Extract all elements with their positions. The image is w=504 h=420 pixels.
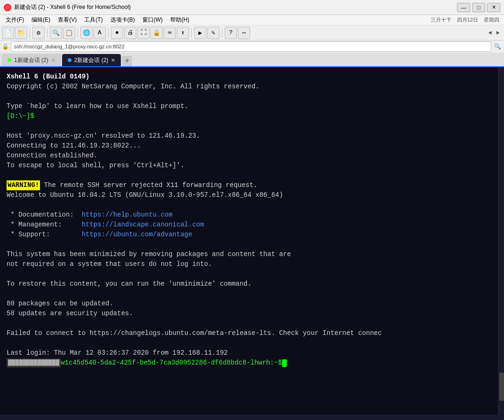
menu-edit[interactable]: 编辑(E) — [28, 15, 54, 25]
toolbar-properties[interactable]: ⚙ — [32, 27, 45, 39]
toolbar-font[interactable]: A — [94, 27, 106, 39]
minimize-button[interactable]: — — [457, 3, 470, 12]
terminal-line-failed: Failed to connect to https://changelogs.… — [7, 328, 497, 338]
toolbar-new[interactable]: 📄 — [2, 27, 14, 39]
toolbar-compose[interactable]: ✎ — [207, 27, 220, 39]
terminal-link-2[interactable]: https://landscape.canonical.com — [82, 221, 204, 228]
terminal-prompt-1: [D:\~]$ — [7, 111, 497, 121]
calendar-date2: 四月12日 — [454, 16, 481, 23]
scroll-left-arrow[interactable]: ◀ — [486, 28, 494, 37]
terminal-warning-line: WARNING! The remote SSH server rejected … — [7, 180, 497, 190]
terminal-line-1: Xshell 6 (Build 0149) — [7, 72, 497, 82]
tab2-status-dot — [68, 58, 71, 62]
toolbar-transfer[interactable]: ⬆ — [177, 27, 189, 39]
lock-icon: 🔒 — [2, 43, 9, 50]
terminal-line-mgmt: * Management: https://landscape.canonica… — [7, 220, 497, 230]
toolbar-lock[interactable]: 🔒 — [150, 27, 163, 39]
tab-2[interactable]: 2新建会话 (2) ✕ — [62, 54, 121, 66]
terminal-blank-6 — [7, 269, 497, 279]
terminal-wrapper: Xshell 6 (Build 0149) Copyright (c) 2002… — [0, 67, 504, 415]
terminal-blank-7 — [7, 289, 497, 299]
terminal[interactable]: Xshell 6 (Build 0149) Copyright (c) 2002… — [0, 67, 504, 415]
terminal-blank-8 — [7, 319, 497, 328]
window-title: 新建会话 (2) - Xshell 6 (Free for Home/Schoo… — [14, 3, 131, 11]
terminal-line-9: To escape to local shell, press 'Ctrl+Al… — [7, 161, 497, 171]
calendar-date3: 星期四 — [481, 16, 502, 23]
terminal-line-2: Copyright (c) 2002 NetSarang Computer, I… — [7, 82, 497, 92]
toolbar-sep3 — [78, 28, 78, 38]
scrollbar-thumb[interactable] — [499, 373, 504, 401]
toolbar-keyboard[interactable]: ⌨ — [164, 27, 176, 39]
tab-1[interactable]: 1新建会话 (2) ✕ — [2, 54, 61, 66]
app-icon — [4, 4, 11, 11]
terminal-line-11: Welcome to Ubuntu 18.04.2 LTS (GNU/Linux… — [7, 190, 497, 200]
warning-badge: WARNING! — [7, 180, 40, 190]
toolbar-more[interactable]: ⋯ — [238, 27, 250, 39]
tab1-close[interactable]: ✕ — [51, 57, 55, 63]
menu-view[interactable]: 查看(V) — [54, 15, 80, 25]
tab1-label: 1新建会话 (2) — [14, 56, 48, 64]
terminal-shell-text: w1c45d540-5da2-425f-be5d-7ca3d0952286-df… — [61, 358, 282, 368]
toolbar-sep1 — [30, 28, 30, 38]
toolbar-nav-arrows: ◀ ▶ — [486, 28, 502, 37]
terminal-blank-3 — [7, 171, 497, 180]
toolbar-sep6 — [222, 28, 222, 38]
terminal-shell-prompt: ██████████████w1c45d540-5da2-425f-be5d-7… — [7, 358, 497, 368]
terminal-blank-9 — [7, 338, 497, 348]
terminal-line-7: Connecting to 121.46.19.23:8022... — [7, 141, 497, 151]
tab1-status-dot — [8, 58, 11, 62]
toolbar-print[interactable]: 🖨 — [124, 27, 136, 39]
address-right-nav: 🔍 — [493, 42, 502, 51]
terminal-line-doc: * Documentation: https://help.ubuntu.com — [7, 210, 497, 220]
menu-tools[interactable]: 工具(T) — [80, 15, 106, 25]
maximize-button[interactable]: □ — [472, 3, 485, 12]
terminal-link-1[interactable]: https://help.ubuntu.com — [82, 211, 173, 218]
username-hidden: ██████████████ — [7, 358, 61, 368]
calendar-date1: 三月十卞 — [428, 16, 454, 23]
menu-help[interactable]: 帮助(H) — [166, 15, 193, 25]
toolbar-fullscreen[interactable]: ⛶ — [137, 27, 150, 39]
toolbar-mark[interactable]: ● — [111, 27, 123, 39]
terminal-line-login: Last login: Thu Mar 12 03:26:37 2020 fro… — [7, 348, 497, 358]
toolbar-globe[interactable]: 🌐 — [80, 27, 93, 39]
terminal-line-pkg2: 58 updates are security updates. — [7, 309, 497, 319]
terminal-line-pkg1: 80 packages can be updated. — [7, 299, 497, 309]
terminal-line-4: Type `help' to learn how to use Xshell p… — [7, 101, 497, 111]
window-controls[interactable]: — □ ✕ — [457, 3, 500, 12]
toolbar-sep2 — [47, 28, 47, 38]
terminal-blank-2 — [7, 121, 497, 131]
menu-bar: 文件(F) 编辑(E) 查看(V) 工具(T) 选项卡(B) 窗口(W) 帮助(… — [0, 15, 504, 25]
add-tab-button[interactable]: + — [122, 56, 132, 66]
toolbar-sep5 — [191, 28, 192, 38]
toolbar: 📄 📁 ⚙ 🔍 📋 🌐 A ● 🖨 ⛶ 🔒 ⌨ ⬆ ▶ ✎ ? ⋯ ◀ ▶ — [0, 25, 504, 40]
toolbar-help[interactable]: ? — [225, 27, 237, 39]
toolbar-copy[interactable]: 📋 — [63, 27, 75, 39]
cursor — [282, 359, 287, 367]
scroll-right-arrow[interactable]: ▶ — [494, 28, 502, 37]
toolbar-zoom[interactable]: 🔍 — [50, 27, 62, 39]
address-bar-row: 🔒 🔍 — [0, 40, 504, 53]
addr-search[interactable]: 🔍 — [493, 42, 502, 51]
title-bar-left: 新建会话 (2) - Xshell 6 (Free for Home/Schoo… — [4, 3, 131, 11]
title-bar: 新建会话 (2) - Xshell 6 (Free for Home/Schoo… — [0, 0, 504, 15]
menu-file[interactable]: 文件(F) — [2, 15, 28, 25]
terminal-line-6: Host 'proxy.nscc-gz.cn' resolved to 121.… — [7, 131, 497, 141]
menu-tabs[interactable]: 选项卡(B) — [107, 15, 139, 25]
close-button[interactable]: ✕ — [487, 3, 500, 12]
terminal-blank-5 — [7, 240, 497, 249]
terminal-blank-4 — [7, 200, 497, 210]
vertical-scrollbar[interactable] — [498, 67, 504, 415]
menu-window[interactable]: 窗口(W) — [139, 15, 166, 25]
terminal-link-3[interactable]: https://ubuntu.com/advantage — [82, 231, 192, 238]
terminal-line-min1: This system has been minimized by removi… — [7, 249, 497, 259]
terminal-line-min2: not required on a system that users do n… — [7, 259, 497, 269]
toolbar-folder[interactable]: 📁 — [15, 27, 27, 39]
tab2-close[interactable]: ✕ — [111, 57, 115, 63]
toolbar-sep4 — [108, 28, 109, 38]
address-input[interactable] — [11, 41, 491, 52]
terminal-blank-1 — [7, 92, 497, 101]
terminal-line-support: * Support: https://ubuntu.com/advantage — [7, 230, 497, 240]
tabs-row: 1新建会话 (2) ✕ 2新建会话 (2) ✕ + — [0, 53, 504, 67]
toolbar-script[interactable]: ▶ — [194, 27, 206, 39]
terminal-line-restore: To restore this content, you can run the… — [7, 279, 497, 289]
